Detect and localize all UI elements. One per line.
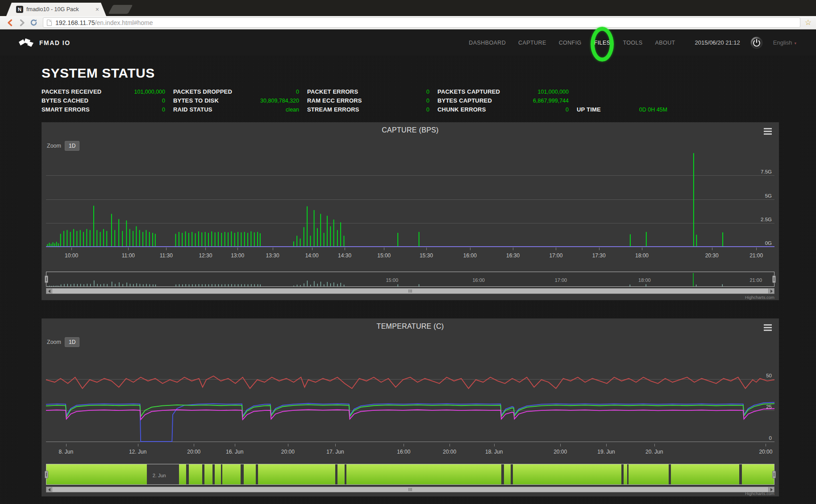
navigator-left-handle[interactable] bbox=[45, 276, 48, 283]
tab-close-icon[interactable]: × bbox=[96, 6, 99, 12]
status-metric: BYTES TO DISK30,809,784,320 bbox=[173, 97, 307, 104]
power-icon[interactable] bbox=[750, 36, 763, 50]
x-tick-label: 19. Jun bbox=[597, 449, 615, 455]
tab-strip: N fmadio10 - 10G Pack × bbox=[0, 0, 816, 16]
x-tick-label: 18:00 bbox=[635, 252, 649, 259]
navigator-gap bbox=[621, 464, 624, 484]
status-metric: PACKETS RECEIVED101,000,000 bbox=[42, 88, 173, 95]
nav-item-dashboard[interactable]: DASHBOARD bbox=[462, 40, 512, 46]
highcharts-credit[interactable]: Highcharts.com bbox=[745, 295, 774, 300]
fmadio-logo-icon bbox=[18, 37, 35, 48]
navigator-gap bbox=[186, 464, 189, 484]
navigator-label: 16:00 bbox=[472, 277, 485, 283]
back-icon[interactable] bbox=[4, 17, 16, 28]
status-metric: RAID STATUSclean bbox=[173, 106, 307, 113]
nav-item-tools[interactable]: TOOLS bbox=[616, 40, 649, 46]
scroll-left-icon[interactable] bbox=[46, 289, 52, 293]
x-axis-tick bbox=[335, 444, 336, 446]
zoom-1d-button[interactable]: 1D bbox=[65, 337, 79, 347]
x-tick-label: 16:00 bbox=[463, 252, 477, 259]
scrollbar-thumb[interactable] bbox=[52, 487, 768, 492]
brand-name: FMAD IO bbox=[39, 39, 71, 46]
chart-menu-icon[interactable] bbox=[762, 323, 773, 332]
language-label: English bbox=[773, 39, 792, 46]
nav-item-config[interactable]: CONFIG bbox=[553, 40, 588, 46]
status-metric: RAM ECC ERRORS0 bbox=[307, 97, 437, 104]
x-axis-tick bbox=[599, 248, 600, 250]
x-tick-label: 16:30 bbox=[506, 252, 520, 259]
x-tick-label: 20:00 bbox=[281, 449, 295, 455]
navigator-label: 17:00 bbox=[555, 277, 567, 283]
x-tick-label: 13:00 bbox=[231, 252, 244, 259]
x-tick-label: 11:30 bbox=[160, 252, 173, 259]
status-metric: CHUNK ERRORS0 bbox=[437, 106, 577, 113]
x-axis-tick bbox=[556, 248, 556, 250]
navigator-label: 18:00 bbox=[638, 277, 651, 283]
chart-menu-icon[interactable] bbox=[762, 127, 773, 136]
x-tick-label: 16. Jun bbox=[226, 449, 243, 455]
y-axis-label: 7.5G bbox=[761, 169, 772, 174]
x-tick-label: 18. Jun bbox=[485, 449, 503, 455]
x-tick-label: 17:30 bbox=[592, 252, 606, 259]
forward-icon[interactable] bbox=[16, 17, 28, 28]
x-axis-tick bbox=[560, 444, 561, 446]
x-axis-tick bbox=[273, 248, 273, 250]
browser-chrome: N fmadio10 - 10G Pack × 192.168.11.75/en… bbox=[0, 0, 816, 29]
x-tick-label: 14:00 bbox=[305, 252, 319, 259]
scrollbar-thumb[interactable] bbox=[52, 289, 768, 293]
reload-icon[interactable] bbox=[28, 17, 39, 28]
x-tick-label: 13:30 bbox=[266, 252, 279, 259]
chart-title: CAPTURE (BPS) bbox=[42, 126, 779, 134]
nav-item-about[interactable]: ABOUT bbox=[649, 40, 682, 46]
x-axis-tick bbox=[128, 248, 129, 250]
chart-scrollbar[interactable] bbox=[46, 487, 774, 492]
nav-item-files[interactable]: FILES bbox=[588, 40, 617, 46]
chart-scrollbar[interactable] bbox=[46, 288, 774, 294]
new-tab-button[interactable] bbox=[108, 5, 133, 14]
zoom-control: Zoom 1D bbox=[47, 141, 79, 151]
y-axis-label: 5G bbox=[765, 193, 772, 198]
chart-navigator[interactable]: 15:0016:0017:0018:0021:00 bbox=[46, 272, 774, 287]
brand[interactable]: FMAD IO bbox=[18, 37, 71, 48]
status-metric: UP TIME0D 0H 45M bbox=[577, 106, 675, 113]
browser-tab[interactable]: N fmadio10 - 10G Pack × bbox=[6, 3, 106, 16]
x-axis-tick bbox=[654, 444, 655, 446]
x-axis-tick bbox=[237, 248, 238, 250]
x-tick-label: 15:00 bbox=[377, 252, 391, 259]
chart-navigator[interactable]: 2. Jun bbox=[46, 464, 774, 485]
y-axis-label: 25 bbox=[766, 404, 772, 409]
nav-item-capture[interactable]: CAPTURE bbox=[512, 40, 553, 46]
x-axis-tick bbox=[384, 248, 384, 250]
main-content: SYSTEM STATUS PACKETS RECEIVED101,000,00… bbox=[0, 56, 816, 504]
scroll-right-icon[interactable] bbox=[768, 289, 774, 293]
x-tick-label: 16:00 bbox=[397, 449, 410, 455]
x-tick-label: 8. Jun bbox=[59, 449, 74, 455]
navigator-gap bbox=[501, 464, 504, 484]
zoom-1d-button[interactable]: 1D bbox=[65, 141, 79, 151]
x-tick-label: 20:00 bbox=[554, 449, 567, 455]
x-tick-label: 11:00 bbox=[122, 252, 135, 259]
navigator-right-handle[interactable] bbox=[772, 276, 776, 283]
x-axis-tick bbox=[494, 444, 495, 446]
x-axis-labels: 8. Jun12. Jun20:0016. Jun20:0017. Jun16:… bbox=[46, 448, 774, 456]
navigator-left-handle[interactable] bbox=[45, 471, 48, 478]
highcharts-credit[interactable]: Highcharts.com bbox=[745, 491, 774, 496]
x-axis-tick bbox=[426, 248, 427, 250]
x-axis-tick bbox=[194, 444, 194, 446]
scroll-left-icon[interactable] bbox=[46, 487, 52, 492]
temperature-plot-area[interactable]: 50250 bbox=[46, 357, 774, 443]
x-tick-label: 12:30 bbox=[199, 252, 212, 259]
bookmark-star-icon[interactable]: ☆ bbox=[805, 19, 812, 26]
url-bar[interactable]: 192.168.11.75/en.index.html#home bbox=[43, 17, 800, 28]
page-title: SYSTEM STATUS bbox=[42, 56, 816, 81]
x-tick-label: 10:00 bbox=[65, 252, 78, 259]
capture-plot-area[interactable]: 7.5G5G2.5G0G bbox=[46, 152, 774, 247]
status-metric: PACKET ERRORS0 bbox=[307, 88, 437, 95]
temperature-chart-panel: TEMPERATURE (C) Zoom 1D 50250 8. Jun12. … bbox=[42, 318, 779, 496]
main-menu: DASHBOARD CAPTURE CONFIG FILES TOOLS ABO… bbox=[462, 36, 796, 50]
navigator-right-handle[interactable] bbox=[772, 471, 776, 478]
x-tick-label: 20:00 bbox=[443, 449, 456, 455]
x-axis-tick bbox=[138, 444, 138, 446]
y-axis-label: 2.5G bbox=[761, 217, 772, 222]
language-selector[interactable]: English▾ bbox=[773, 39, 796, 46]
